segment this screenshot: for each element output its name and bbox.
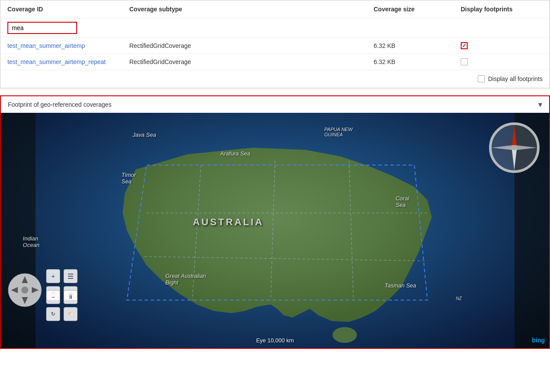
row1-footprint-checkbox[interactable] <box>461 42 468 49</box>
row1-size: 6.32 KB <box>367 38 454 54</box>
filter-size-cell <box>367 20 454 36</box>
coverage-table: Coverage ID Coverage subtype Coverage si… <box>0 0 550 88</box>
footprint-section: Footprint of geo-referenced coverages ▾ <box>0 95 550 349</box>
filter-coverage-id-cell <box>0 20 122 36</box>
col-header-coverage-size: Coverage size <box>367 4 454 14</box>
bing-logo-text: bing <box>532 337 545 344</box>
col-header-coverage-subtype: Coverage subtype <box>122 4 367 14</box>
map-label-arafura: Arafura Sea <box>220 150 250 157</box>
filter-row <box>0 18 550 38</box>
row1-coverage-link[interactable]: test_mean_summer_airtemp <box>7 42 85 49</box>
zoom-in-button[interactable]: + <box>46 269 60 283</box>
map-label-tasman: Tasman Sea <box>385 282 416 289</box>
row2-size: 6.32 KB <box>367 54 454 70</box>
table-row: test_mean_summer_airtemp RectifiedGridCo… <box>0 38 550 54</box>
table-header: Coverage ID Coverage subtype Coverage si… <box>0 0 550 18</box>
row1-coverage-id: test_mean_summer_airtemp <box>0 38 122 54</box>
col-header-coverage-id: Coverage ID <box>0 4 122 14</box>
nav-cross-control <box>7 273 42 309</box>
coverage-id-filter-input[interactable] <box>7 22 77 34</box>
pause-button[interactable]: ⏸ <box>64 290 78 304</box>
map-label-java-sea: Java Sea <box>132 132 156 138</box>
zoom-out-button[interactable]: − <box>46 290 60 304</box>
toggle-button[interactable]: ⛅ <box>64 307 78 321</box>
display-all-row: Display all footprints <box>0 70 550 88</box>
filter-subtype-cell <box>122 20 367 36</box>
display-all-label: Display all footprints <box>488 75 543 82</box>
footprint-title: Footprint of geo-referenced coverages <box>8 101 111 108</box>
svg-point-14 <box>512 145 517 150</box>
eye-altitude-label: Eye 10,000 km <box>256 337 294 344</box>
row2-coverage-link[interactable]: test_mean_summer_airtemp_repeat <box>7 58 106 65</box>
display-all-checkbox[interactable] <box>478 75 485 82</box>
chevron-down-icon: ▾ <box>538 100 542 109</box>
map-label-indian: IndianOcean <box>23 235 39 248</box>
row2-subtype: RectifiedGridCoverage <box>122 54 367 70</box>
row1-subtype: RectifiedGridCoverage <box>122 38 367 54</box>
footprint-header[interactable]: Footprint of geo-referenced coverages ▾ <box>1 96 549 113</box>
row2-footprint-cell <box>454 54 550 70</box>
zoom-controls-bottom: − ↻ <box>45 289 61 322</box>
layers-button[interactable]: ☰ <box>64 269 78 283</box>
layer-controls-bottom: ⏸ ⛅ <box>63 289 78 322</box>
map-label-coral: CoralSea <box>395 195 409 208</box>
map-label-nz: NZ <box>456 296 462 301</box>
map-label-timor: TimorSea <box>121 172 136 185</box>
row2-footprint-checkbox[interactable] <box>461 58 468 65</box>
map-label-australia: AUSTRALIA <box>193 216 264 228</box>
filter-footprints-cell <box>454 20 550 36</box>
rotate-cw-button[interactable]: ↻ <box>46 307 60 321</box>
col-header-display-footprints: Display footprints <box>454 4 550 14</box>
row2-coverage-id: test_mean_summer_airtemp_repeat <box>0 54 122 70</box>
map-background <box>1 113 549 348</box>
svg-point-20 <box>21 287 28 294</box>
map-label-great-australian: Great AustralianBight <box>165 273 206 286</box>
table-row: test_mean_summer_airtemp_repeat Rectifie… <box>0 54 550 70</box>
row1-footprint-cell <box>454 38 550 54</box>
bing-logo: bing <box>532 337 545 344</box>
compass <box>488 122 540 174</box>
map-label-png: PAPUA NEWGUINEA <box>324 127 353 137</box>
map-container: Java Sea PAPUA NEWGUINEA Arafura Sea Tim… <box>1 113 549 348</box>
